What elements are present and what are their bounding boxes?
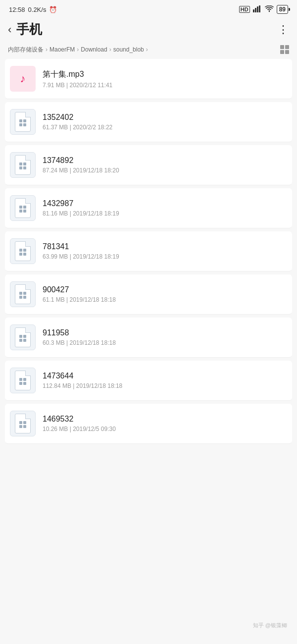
doc-shape <box>15 327 31 347</box>
doc-shape <box>15 155 31 175</box>
file-info: 1432987 81.16 MB | 2019/12/18 18:19 <box>43 199 287 217</box>
doc-grid <box>19 421 26 428</box>
wifi-icon <box>265 5 274 14</box>
file-name: 1352402 <box>43 113 287 122</box>
generic-file-icon <box>10 411 36 436</box>
svg-rect-0 <box>253 9 254 12</box>
file-info: 1469532 10.26 MB | 2019/12/5 09:30 <box>43 415 287 432</box>
list-item[interactable]: 781341 63.99 MB | 2019/12/18 18:19 <box>5 231 292 271</box>
file-name: 1374892 <box>43 156 287 165</box>
list-item[interactable]: 1469532 10.26 MB | 2019/12/5 09:30 <box>5 404 292 444</box>
file-meta: 81.16 MB | 2019/12/18 18:19 <box>43 210 287 217</box>
breadcrumb-item-3[interactable]: sound_blob <box>113 46 144 53</box>
doc-shape <box>15 284 31 304</box>
file-info: 1473644 112.84 MB | 2019/12/18 18:18 <box>43 372 287 389</box>
doc-grid <box>19 119 26 126</box>
file-name: 911958 <box>43 328 287 337</box>
file-name: 1473644 <box>43 372 287 380</box>
status-right: HD 89 <box>239 5 288 14</box>
alarm-icon: ⏰ <box>49 6 57 13</box>
list-item[interactable]: 900427 61.1 MB | 2019/12/18 18:18 <box>5 274 292 315</box>
page-title: 手机 <box>16 21 42 38</box>
generic-file-icon <box>10 109 36 135</box>
breadcrumb-item-1[interactable]: MaoerFM <box>50 46 75 53</box>
list-item[interactable]: 1473644 112.84 MB | 2019/12/18 18:18 <box>5 361 292 401</box>
back-button[interactable]: ‹ <box>8 23 11 36</box>
svg-rect-1 <box>255 8 256 12</box>
doc-grid <box>19 378 26 385</box>
file-meta: 7.91 MB | 2020/2/12 11:41 <box>43 82 287 89</box>
file-list: ♪ 第十集.mp3 7.91 MB | 2020/2/12 11:41 1352… <box>0 59 297 444</box>
header: ‹ 手机 ⋮ <box>0 17 297 42</box>
file-info: 第十集.mp3 7.91 MB | 2020/2/12 11:41 <box>43 69 287 89</box>
battery-indicator: 89 <box>277 5 288 14</box>
list-item[interactable]: 1352402 61.37 MB | 2020/2/2 18:22 <box>5 102 292 142</box>
doc-grid <box>19 162 26 169</box>
music-file-icon: ♪ <box>10 66 36 92</box>
music-note-icon: ♪ <box>20 72 26 85</box>
generic-file-icon <box>10 195 36 221</box>
file-info: 900427 61.1 MB | 2019/12/18 18:18 <box>43 285 287 303</box>
file-info: 781341 63.99 MB | 2019/12/18 18:19 <box>43 242 287 260</box>
file-meta: 10.26 MB | 2019/12/5 09:30 <box>43 426 287 432</box>
grid-view-toggle[interactable] <box>280 45 289 54</box>
file-info: 1374892 87.24 MB | 2019/12/18 18:20 <box>43 156 287 174</box>
header-left: ‹ 手机 <box>8 21 42 38</box>
file-name: 1469532 <box>43 415 287 424</box>
breadcrumb-sep-2: › <box>109 46 111 53</box>
more-options-button[interactable]: ⋮ <box>278 23 289 36</box>
time-display: 12:58 <box>9 6 25 13</box>
doc-grid <box>19 292 26 299</box>
signal-icon <box>253 5 262 14</box>
file-name: 900427 <box>43 285 287 294</box>
file-meta: 63.99 MB | 2019/12/18 18:19 <box>43 253 287 260</box>
file-info: 1352402 61.37 MB | 2020/2/2 18:22 <box>43 113 287 131</box>
generic-file-icon <box>10 152 36 178</box>
status-bar: 12:58 0.2K/s ⏰ HD 89 <box>0 0 297 17</box>
file-meta: 61.37 MB | 2020/2/2 18:22 <box>43 124 287 131</box>
breadcrumb-sep-0: › <box>46 46 48 53</box>
doc-shape <box>15 198 31 218</box>
doc-shape <box>15 241 31 261</box>
file-name: 1432987 <box>43 199 287 208</box>
file-meta: 60.3 MB | 2019/12/18 18:18 <box>43 339 287 346</box>
doc-grid <box>19 206 26 213</box>
doc-shape <box>15 112 31 132</box>
doc-grid <box>19 249 26 256</box>
file-meta: 61.1 MB | 2019/12/18 18:18 <box>43 296 287 303</box>
status-left: 12:58 0.2K/s ⏰ <box>9 6 57 13</box>
generic-file-icon <box>10 324 36 350</box>
watermark: 知乎 @银藻鲫 <box>253 622 287 629</box>
list-item[interactable]: ♪ 第十集.mp3 7.91 MB | 2020/2/12 11:41 <box>5 59 292 99</box>
file-name: 781341 <box>43 242 287 251</box>
list-item[interactable]: 1374892 87.24 MB | 2019/12/18 18:20 <box>5 145 292 185</box>
generic-file-icon <box>10 281 36 307</box>
svg-rect-2 <box>257 6 258 12</box>
file-info: 911958 60.3 MB | 2019/12/18 18:18 <box>43 328 287 346</box>
hd-icon: HD <box>239 6 250 13</box>
list-item[interactable]: 911958 60.3 MB | 2019/12/18 18:18 <box>5 318 292 358</box>
doc-shape <box>15 414 31 433</box>
speed-display: 0.2K/s <box>28 6 47 13</box>
breadcrumb-item-2[interactable]: Download <box>81 46 107 53</box>
generic-file-icon <box>10 368 36 393</box>
file-meta: 87.24 MB | 2019/12/18 18:20 <box>43 167 287 174</box>
generic-file-icon <box>10 238 36 264</box>
file-meta: 112.84 MB | 2019/12/18 18:18 <box>43 382 287 389</box>
svg-rect-3 <box>259 5 260 12</box>
doc-shape <box>15 371 31 390</box>
breadcrumb-sep-1: › <box>77 46 79 53</box>
breadcrumb-sep-3: › <box>146 46 148 53</box>
file-name: 第十集.mp3 <box>43 69 287 80</box>
list-item[interactable]: 1432987 81.16 MB | 2019/12/18 18:19 <box>5 188 292 228</box>
breadcrumb: 内部存储设备 › MaoerFM › Download › sound_blob… <box>0 42 297 59</box>
doc-grid <box>19 335 26 342</box>
breadcrumb-item-0[interactable]: 内部存储设备 <box>8 46 44 54</box>
